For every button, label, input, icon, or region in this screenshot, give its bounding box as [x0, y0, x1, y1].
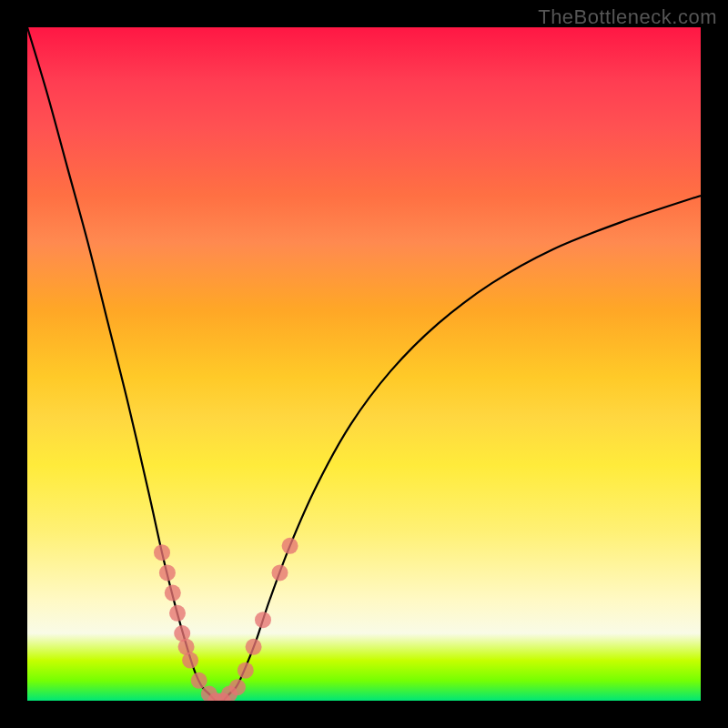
chart-plot-area: [27, 27, 701, 701]
data-marker: [272, 564, 288, 581]
data-marker: [159, 564, 176, 581]
data-marker: [174, 625, 190, 642]
data-marker: [215, 693, 231, 701]
data-marker: [154, 544, 170, 561]
data-marker: [207, 693, 224, 701]
data-marker: [169, 605, 186, 622]
data-marker: [255, 612, 271, 628]
marker-group: [154, 538, 298, 701]
data-marker: [221, 686, 238, 701]
chart-svg: [27, 27, 701, 701]
watermark-text: TheBottleneck.com: [538, 5, 717, 29]
data-marker: [178, 639, 195, 655]
data-marker: [238, 662, 254, 679]
data-marker: [282, 538, 298, 554]
data-marker: [191, 672, 207, 689]
data-marker: [229, 679, 246, 695]
data-marker: [165, 585, 181, 602]
data-marker: [201, 686, 217, 701]
data-marker: [246, 639, 262, 655]
bottleneck-curve-path: [27, 27, 701, 701]
data-marker: [182, 652, 198, 669]
